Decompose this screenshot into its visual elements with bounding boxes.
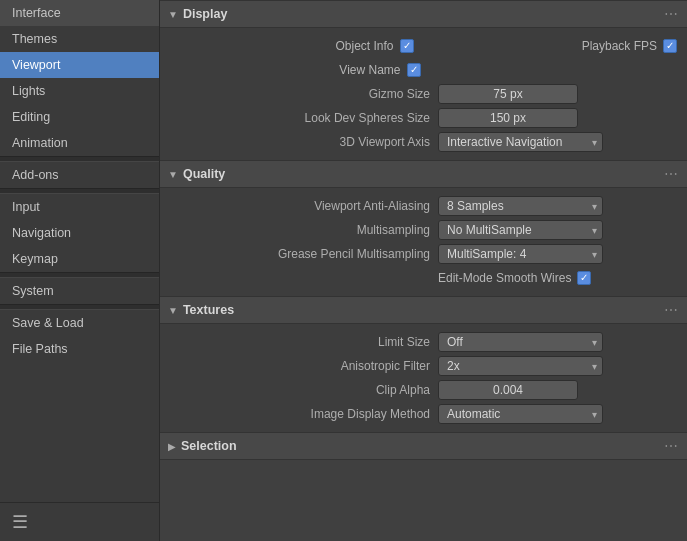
sidebar-item-interface[interactable]: Interface [0,0,159,26]
row-3d-viewport-axis: 3D Viewport Axis Interactive Navigation [160,130,687,154]
3d-viewport-axis-label: 3D Viewport Axis [170,135,430,149]
object-info-label: Object Info [335,39,393,53]
limit-size-dropdown[interactable]: Off [438,332,603,352]
sidebar-item-interface-label: Interface [12,6,61,20]
selection-section-title: Selection [181,439,237,453]
sidebar-item-file-paths[interactable]: File Paths [0,336,159,362]
sidebar-item-lights-label: Lights [12,84,45,98]
multisampling-dropdown-value: No MultiSample [447,223,532,237]
grease-pencil-value-container: MultiSample: 4 [430,244,677,264]
sidebar-item-add-ons[interactable]: Add-ons [0,162,159,188]
sidebar-item-editing-label: Editing [12,110,50,124]
sidebar-item-keymap[interactable]: Keymap [0,246,159,272]
gizmo-size-value-container: 75 px [430,84,677,104]
col-object-info: Object Info [170,39,414,53]
anti-aliasing-label: Viewport Anti-Aliasing [170,199,430,213]
limit-size-label: Limit Size [170,335,430,349]
sidebar-item-viewport[interactable]: Viewport [0,52,159,78]
anisotropic-filter-label: Anisotropic Filter [170,359,430,373]
playback-fps-label: Playback FPS [582,39,657,53]
quality-section-menu[interactable]: ⋯ [664,166,679,182]
row-gizmo-size: Gizmo Size 75 px [160,82,687,106]
sidebar-item-navigation[interactable]: Navigation [0,220,159,246]
sidebar-item-save-load-label: Save & Load [12,316,84,330]
limit-size-value-container: Off [430,332,677,352]
3d-viewport-axis-dropdown[interactable]: Interactive Navigation [438,132,603,152]
display-section-header[interactable]: ▼ Display ⋯ [160,0,687,28]
quality-section-body: Viewport Anti-Aliasing 8 Samples Multisa… [160,188,687,296]
grease-pencil-dropdown-value: MultiSample: 4 [447,247,526,261]
look-dev-spheres-value-container: 150 px [430,108,677,128]
3d-viewport-axis-dropdown-value: Interactive Navigation [447,135,562,149]
sidebar-item-input[interactable]: Input [0,194,159,220]
anisotropic-filter-dropdown[interactable]: 2x [438,356,603,376]
hamburger-icon[interactable]: ☰ [12,512,28,532]
sidebar-item-animation-label: Animation [12,136,68,150]
row-object-info-playback: Object Info Playback FPS [160,34,687,58]
gizmo-size-input[interactable]: 75 px [438,84,578,104]
sidebar-item-file-paths-label: File Paths [12,342,68,356]
row-limit-size: Limit Size Off [160,330,687,354]
playback-fps-checkbox[interactable] [663,39,677,53]
clip-alpha-input[interactable]: 0.004 [438,380,578,400]
quality-section-header[interactable]: ▼ Quality ⋯ [160,160,687,188]
clip-alpha-label: Clip Alpha [170,383,430,397]
multisampling-dropdown[interactable]: No MultiSample [438,220,603,240]
display-collapse-arrow: ▼ [168,9,178,20]
main-content: ▼ Display ⋯ Object Info Playback FPS Vie… [160,0,687,541]
view-name-label: View Name [339,63,400,77]
sidebar-item-system[interactable]: System [0,278,159,304]
grease-pencil-dropdown[interactable]: MultiSample: 4 [438,244,603,264]
image-display-value-container: Automatic [430,404,677,424]
sidebar-group-4: System [0,278,159,304]
limit-size-dropdown-value: Off [447,335,463,349]
edit-mode-smooth-container: Edit-Mode Smooth Wires [430,271,677,285]
selection-collapse-arrow: ▶ [168,441,176,452]
row-view-name: View Name [160,58,687,82]
sidebar-item-animation[interactable]: Animation [0,130,159,156]
textures-section-title: Textures [183,303,234,317]
sidebar-item-themes-label: Themes [12,32,57,46]
display-section-title: Display [183,7,227,21]
3d-viewport-axis-value-container: Interactive Navigation [430,132,677,152]
textures-section-header[interactable]: ▼ Textures ⋯ [160,296,687,324]
clip-alpha-value-container: 0.004 [430,380,677,400]
multisampling-value-container: No MultiSample [430,220,677,240]
anti-aliasing-value-container: 8 Samples [430,196,677,216]
sidebar-item-themes[interactable]: Themes [0,26,159,52]
row-anti-aliasing: Viewport Anti-Aliasing 8 Samples [160,194,687,218]
selection-section-menu[interactable]: ⋯ [664,438,679,454]
image-display-label: Image Display Method [170,407,430,421]
row-edit-mode-smooth: Edit-Mode Smooth Wires [160,266,687,290]
anti-aliasing-dropdown[interactable]: 8 Samples [438,196,603,216]
sidebar-item-lights[interactable]: Lights [0,78,159,104]
look-dev-spheres-input[interactable]: 150 px [438,108,578,128]
row-anisotropic-filter: Anisotropic Filter 2x [160,354,687,378]
sidebar-item-input-label: Input [12,200,40,214]
quality-collapse-arrow: ▼ [168,169,178,180]
gizmo-size-label: Gizmo Size [170,87,430,101]
edit-mode-smooth-checkbox[interactable] [577,271,591,285]
selection-section-header[interactable]: ▶ Selection ⋯ [160,432,687,460]
anti-aliasing-dropdown-value: 8 Samples [447,199,504,213]
sidebar-item-viewport-label: Viewport [12,58,60,72]
sidebar-group-5: Save & Load File Paths [0,310,159,362]
look-dev-spheres-label: Look Dev Spheres Size [170,111,430,125]
sidebar-item-keymap-label: Keymap [12,252,58,266]
sidebar-item-editing[interactable]: Editing [0,104,159,130]
object-info-checkbox[interactable] [400,39,414,53]
multisampling-label: Multisampling [170,223,430,237]
display-section-menu[interactable]: ⋯ [664,6,679,22]
textures-section-menu[interactable]: ⋯ [664,302,679,318]
edit-mode-smooth-label: Edit-Mode Smooth Wires [438,271,571,285]
sidebar-item-add-ons-label: Add-ons [12,168,59,182]
sidebar: Interface Themes Viewport Lights Editing… [0,0,160,541]
col-playback-fps: Playback FPS [414,39,678,53]
sidebar-item-save-load[interactable]: Save & Load [0,310,159,336]
row-look-dev-spheres: Look Dev Spheres Size 150 px [160,106,687,130]
display-section-body: Object Info Playback FPS View Name Gizmo… [160,28,687,160]
image-display-dropdown[interactable]: Automatic [438,404,603,424]
image-display-dropdown-value: Automatic [447,407,500,421]
quality-section-title: Quality [183,167,225,181]
view-name-checkbox[interactable] [407,63,421,77]
